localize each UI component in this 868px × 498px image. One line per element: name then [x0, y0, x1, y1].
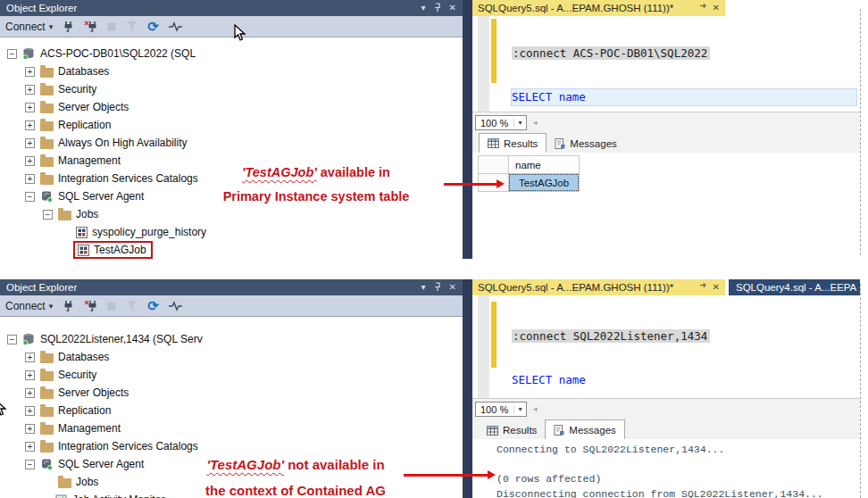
tree-row-server-objects[interactable]: + Server Objects — [0, 98, 463, 116]
tree-row-databases[interactable]: + Databases — [0, 62, 463, 80]
activity-monitor-icon[interactable] — [169, 301, 183, 311]
tree-item-label: Integration Services Catalogs — [58, 440, 198, 452]
tree-row-server[interactable]: − SQL2022Listener,1434 (SQL Serv — [0, 330, 463, 348]
tree-row-security[interactable]: + Security — [0, 80, 463, 98]
expand-icon[interactable]: + — [25, 353, 35, 362]
close-icon[interactable]: ✕ — [713, 283, 720, 292]
results-grid: name TestAGJob — [478, 155, 580, 192]
tree-row-alwayson[interactable]: + Always On High Availability — [0, 134, 463, 152]
tree-row-server[interactable]: − ACS-POC-DB01\SQL2022 (SQL — [0, 45, 463, 62]
tab-sqlquery5[interactable]: SQLQuery5.sql - A...EPAM.GHOSH (111))* ✕ — [472, 279, 725, 295]
folder-icon — [40, 423, 54, 435]
connect-plug-icon[interactable] — [63, 21, 74, 33]
job-icon — [76, 227, 88, 238]
sql-editor[interactable]: :connect SQL2022Listener,1434 SELECT nam… — [472, 295, 860, 398]
pin-icon[interactable] — [699, 282, 707, 293]
scroll-left-icon[interactable]: ◂ — [533, 118, 538, 127]
zoom-strip: 100 % ▾ ◂ — [472, 112, 860, 132]
expand-icon[interactable]: + — [25, 406, 35, 416]
collapse-icon[interactable]: − — [25, 460, 35, 469]
sql-server-agent-icon — [40, 458, 54, 470]
expand-icon[interactable]: + — [25, 120, 35, 130]
collapse-icon[interactable]: − — [7, 49, 17, 59]
expand-icon[interactable]: + — [25, 388, 35, 398]
message-line: (0 rows affected) — [497, 473, 601, 485]
panel-splitter[interactable] — [463, 279, 472, 498]
tab-sqlquery5[interactable]: SQLQuery5.sql - A...EPAM.GHOSH (111))* ✕ — [472, 0, 725, 16]
close-icon[interactable]: ✕ — [449, 283, 456, 292]
server-icon — [22, 47, 36, 60]
tree-item-label: Security — [58, 83, 96, 95]
folder-icon — [40, 387, 54, 399]
zoom-strip: 100 % ▾ ◂ — [472, 398, 860, 419]
tab-sqlquery4[interactable]: SQLQuery4.sql - A...EEPA — [729, 279, 860, 295]
connect-plug-icon[interactable] — [63, 300, 74, 312]
refresh-icon[interactable]: ⟳ — [147, 300, 159, 312]
chevron-down-icon: ▾ — [513, 119, 526, 127]
connect-button[interactable]: Connect ▾ — [5, 21, 53, 33]
window-position-icon[interactable]: ▾ — [421, 4, 426, 12]
tree-item-label: TestAGJob — [94, 244, 146, 256]
tab-results[interactable]: Results — [479, 421, 545, 439]
tree-item-label: Security — [58, 369, 96, 381]
grid-corner-cell — [478, 155, 509, 174]
collapse-icon[interactable]: − — [43, 210, 53, 220]
activity-monitor-icon[interactable] — [169, 21, 183, 32]
expand-icon[interactable]: + — [25, 370, 35, 380]
pin-icon[interactable] — [699, 3, 707, 13]
sql-editor[interactable]: :connect ACS-POC-DB01\SQL2022 SELECT nam… — [472, 16, 860, 112]
expand-icon[interactable]: + — [25, 174, 35, 184]
connect-button[interactable]: Connect ▾ — [5, 300, 53, 312]
tree-item-label: Replication — [58, 119, 111, 131]
tree-row-management[interactable]: + Management — [0, 419, 463, 437]
tab-results[interactable]: Results — [479, 133, 547, 153]
expand-icon[interactable]: + — [25, 67, 35, 77]
folder-icon — [40, 120, 54, 131]
query-window-bottom: SQLQuery5.sql - A...EPAM.GHOSH (111))* ✕… — [472, 279, 860, 498]
tree-row-server-objects[interactable]: + Server Objects — [0, 384, 463, 402]
object-explorer-toolbar: Connect ▾ ⟳ — [0, 295, 463, 317]
collapse-icon[interactable]: − — [7, 335, 17, 344]
change-bar — [491, 19, 497, 83]
close-icon[interactable]: ✕ — [713, 4, 720, 12]
pin-icon[interactable] — [434, 282, 441, 294]
expand-icon[interactable]: + — [25, 156, 35, 166]
tab-messages[interactable]: Messages — [545, 419, 624, 439]
tree-row-replication[interactable]: + Replication — [0, 402, 463, 419]
disconnect-plug-icon[interactable] — [84, 21, 97, 33]
close-icon[interactable]: ✕ — [449, 4, 456, 12]
tree-item-label: Server Objects — [58, 101, 129, 113]
window-position-icon[interactable]: ▾ — [421, 283, 426, 292]
tree-row-security[interactable]: + Security — [0, 366, 463, 384]
expand-icon[interactable]: + — [25, 442, 35, 452]
tree-row-testagjob[interactable]: TestAGJob — [0, 241, 463, 259]
grid-cell-selected[interactable]: TestAGJob — [508, 173, 580, 192]
refresh-icon[interactable]: ⟳ — [147, 21, 159, 33]
tree-row-syspolicy-job[interactable]: syspolicy_purge_history — [0, 223, 463, 241]
zoom-level-dropdown[interactable]: 100 % ▾ — [475, 402, 527, 417]
expand-icon[interactable]: + — [25, 424, 35, 434]
grid-column-header[interactable]: name — [508, 155, 580, 174]
panel-splitter[interactable] — [463, 0, 472, 259]
pin-icon[interactable] — [434, 3, 441, 14]
zoom-level-dropdown[interactable]: 100 % ▾ — [475, 115, 527, 130]
annotation-emphasis: 'TestAGJob' — [242, 165, 317, 179]
scroll-left-icon[interactable]: ◂ — [533, 404, 538, 413]
tree-row-databases[interactable]: + Databases — [0, 348, 463, 366]
disconnect-plug-icon[interactable] — [84, 300, 97, 312]
chevron-down-icon: ▾ — [513, 405, 526, 413]
tab-messages[interactable]: Messages — [547, 135, 624, 153]
expand-icon[interactable]: + — [25, 138, 35, 148]
collapse-icon[interactable]: − — [25, 192, 35, 202]
folder-icon — [40, 369, 54, 381]
expand-icon[interactable]: + — [25, 103, 35, 112]
tab-title: SQLQuery5.sql - A...EPAM.GHOSH (111))* — [478, 282, 694, 293]
object-explorer-toolbar: Connect ▾ ⟳ — [0, 16, 463, 37]
expand-icon[interactable]: + — [25, 85, 35, 95]
ssms-composite-screenshot: Object Explorer ▾ ✕ Connect ▾ ⟳ − ACS-PO… — [0, 0, 868, 498]
tree-row-replication[interactable]: + Replication — [0, 116, 463, 134]
messages-pane: Connecting to SQL2022Listener,1434... (0… — [472, 439, 860, 498]
results-messages-tabbar: Results Messages — [472, 419, 860, 439]
stop-icon-disabled — [107, 22, 116, 31]
tree-item-label: Databases — [58, 351, 109, 363]
